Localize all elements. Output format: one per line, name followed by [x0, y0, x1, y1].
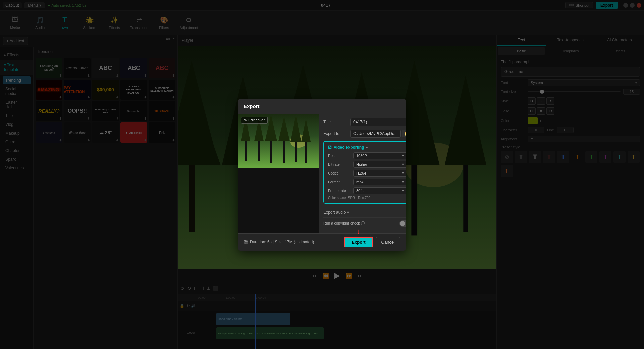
codec-chevron-icon: ▾	[402, 171, 404, 175]
framerate-chevron-icon: ▾	[402, 189, 404, 192]
export-dialog-overlay: Export	[0, 0, 644, 349]
color-space-label: Color space: SDR - Rec.709	[328, 196, 406, 200]
bit-rate-row: Bit rate Higher ▾	[328, 161, 406, 168]
video-export-section: ☑ Video exporting ▸ Resol... 1080P ▾	[323, 141, 406, 204]
copyright-label: Run a copyright check ⓘ	[323, 221, 365, 226]
dialog-settings: Title 0417(1) Export to C:/Users/MyPC/Ap…	[319, 114, 406, 233]
toggle-knob	[400, 221, 405, 226]
format-label: Format	[328, 180, 353, 184]
export-dialog: Export	[238, 99, 406, 251]
export-button-container: Export ↓	[344, 237, 373, 247]
dialog-title: Export	[238, 99, 406, 114]
export-audio-row: Export audio ▾	[323, 207, 406, 217]
frame-rate-select[interactable]: 30fps ▾	[353, 187, 406, 194]
footer-buttons: Export ↓ Cancel	[344, 237, 400, 247]
browse-folder-button[interactable]: 📁	[402, 130, 406, 137]
bitrate-chevron-icon: ▾	[402, 162, 404, 166]
resolution-select[interactable]: 1080P ▾	[353, 152, 406, 159]
copyright-toggle[interactable]	[399, 220, 406, 227]
video-file-icon: 🎬	[244, 240, 249, 244]
bit-rate-select[interactable]: Higher ▾	[353, 161, 406, 168]
dialog-body: ✎ Edit cover Title 0417(1) Export to C:/…	[238, 114, 406, 233]
export-button[interactable]: Export	[344, 237, 373, 247]
resolution-label: Resol...	[328, 154, 353, 158]
edit-icon: ✎	[244, 118, 247, 122]
export-to-label: Export to	[323, 131, 350, 136]
codec-label: Codec	[328, 171, 353, 175]
video-export-title: ☑ Video exporting ▸	[328, 145, 406, 150]
resolution-row: Resol... 1080P ▾	[328, 152, 406, 159]
res-chevron-icon: ▾	[402, 154, 404, 157]
checkbox-icon: ☑	[328, 145, 332, 150]
format-chevron-icon: ▾	[402, 180, 404, 184]
export-audio-label[interactable]: Export audio ▾	[323, 210, 349, 215]
frame-rate-row: Frame rate 30fps ▾	[328, 187, 406, 194]
format-select[interactable]: mp4 ▾	[353, 179, 406, 185]
format-row: Format mp4 ▾	[328, 179, 406, 185]
down-arrow-indicator: ↓	[357, 227, 360, 236]
frame-rate-label: Frame rate	[328, 189, 353, 193]
copyright-row: Run a copyright check ⓘ	[323, 217, 406, 229]
codec-select[interactable]: H.264 ▾	[353, 170, 406, 177]
cancel-button[interactable]: Cancel	[376, 237, 400, 247]
dialog-footer: 🎬 Duration: 6s | Size: 17M (estimated) E…	[238, 233, 406, 251]
bit-rate-label: Bit rate	[328, 162, 353, 166]
title-label: Title	[323, 120, 350, 124]
export-to-row: Export to C:/Users/MyPC/AppDo... 📁	[323, 130, 406, 138]
video-export-info-icon: ▸	[366, 145, 368, 149]
title-input[interactable]: 0417(1)	[350, 118, 406, 126]
preview-image: ✎ Edit cover	[238, 114, 319, 168]
title-row: Title 0417(1)	[323, 118, 406, 126]
codec-row: Codec H.264 ▾	[328, 170, 406, 177]
dialog-preview: ✎ Edit cover	[238, 114, 319, 233]
duration-info: 🎬 Duration: 6s | Size: 17M (estimated)	[244, 240, 314, 244]
edit-cover-button[interactable]: ✎ Edit cover	[241, 117, 268, 124]
export-path-display: C:/Users/MyPC/AppDo...	[350, 130, 401, 138]
